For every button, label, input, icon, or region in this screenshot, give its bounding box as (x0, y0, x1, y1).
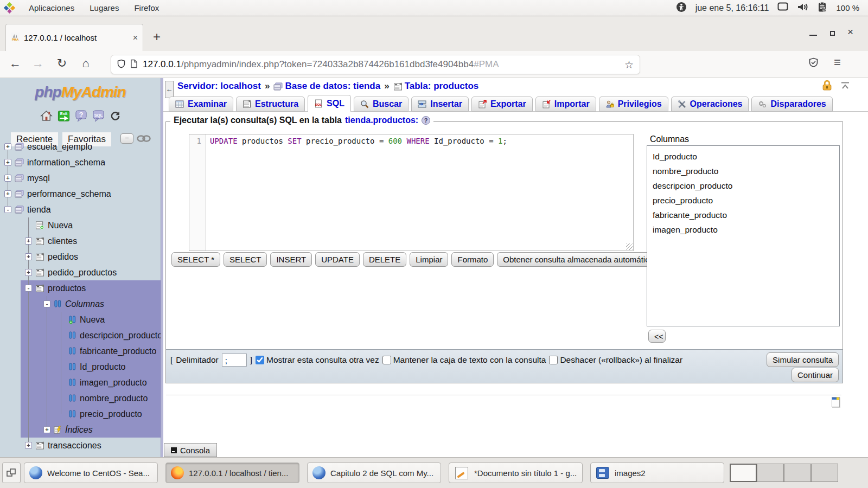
help-icon[interactable]: ? (422, 116, 430, 125)
tree-item-fabricante-producto[interactable]: fabricante_producto (0, 343, 161, 359)
continue-button[interactable]: Continuar (792, 368, 839, 382)
protections-shield-icon[interactable] (808, 57, 819, 70)
accessibility-icon[interactable] (676, 2, 687, 15)
display-icon[interactable] (777, 2, 788, 14)
open-new-window-icon[interactable] (832, 397, 840, 407)
tree-item-tienda[interactable]: -tienda (0, 202, 161, 217)
tree-item-nombre-producto[interactable]: nombre_producto (0, 390, 161, 406)
taskbar-window-127-0-0-1-localhost-tien[interactable]: 127.0.0.1 / localhost / tien... (165, 463, 299, 483)
console-bar[interactable]: Consola (164, 443, 217, 457)
tree-expander[interactable]: + (25, 269, 32, 276)
tree-expander[interactable]: + (4, 159, 11, 166)
query-button-delete[interactable]: DELETE (363, 252, 406, 267)
back-button[interactable]: ← (8, 56, 23, 70)
tree-item-id-producto[interactable]: Id_producto (0, 359, 161, 375)
insert-column-button[interactable]: << (648, 330, 666, 343)
tree-item-ndices[interactable]: +Índices (0, 422, 161, 438)
tree-item-mysql[interactable]: +mysql (0, 170, 161, 186)
tree-item-transacciones[interactable]: +transacciones (0, 438, 161, 453)
legend-table-link[interactable]: tienda.productos: (345, 115, 418, 125)
column-option-fabricante-producto[interactable]: fabricante_producto (647, 208, 839, 222)
breadcrumb-item-tabla-productos[interactable]: Tabla: productos (393, 81, 479, 92)
tree-item-information-schema[interactable]: +information_schema (0, 155, 161, 170)
url-bar[interactable]: 127.0.0.1/phpmyadmin/index.php?token=724… (111, 55, 640, 74)
bookmark-star-icon[interactable]: ☆ (624, 59, 634, 71)
tree-expander[interactable]: + (4, 175, 11, 182)
window-close-button[interactable]: × (847, 29, 855, 36)
shield-icon[interactable] (117, 59, 125, 70)
taskbar-window-documento-sin-t-tulo-1-g[interactable]: *Documento sin título 1 - g... (449, 463, 583, 483)
query-button-formato[interactable]: Formato (451, 252, 494, 267)
column-option-id-producto[interactable]: Id_producto (647, 149, 839, 164)
tree-expander[interactable]: + (25, 253, 32, 260)
query-button-select[interactable]: SELECT * (171, 252, 220, 267)
tab-close-icon[interactable]: × (133, 33, 138, 43)
delimiter-input[interactable] (222, 354, 247, 367)
query-button-limpiar[interactable]: Limpiar (410, 252, 448, 267)
forward-button[interactable]: → (30, 56, 46, 70)
tree-expander[interactable]: + (25, 442, 32, 449)
option-checkbox-mantener-la-caja-de-texto-con-la-consulta[interactable]: Mantener la caja de texto con la consult… (382, 355, 546, 365)
option-checkbox-deshacer-rollback-al-finalizar[interactable]: Deshacer («rollback») al finalizar (549, 355, 682, 365)
checkbox-input[interactable] (256, 356, 264, 364)
tree-item-performance-schema[interactable]: +performance_schema (0, 186, 161, 202)
refresh-icon[interactable] (110, 111, 121, 121)
new-tab-button[interactable]: + (153, 29, 161, 44)
browser-tab[interactable]: PMA 127.0.0.1 / localhost × (5, 24, 143, 51)
window-maximize-button[interactable] (830, 31, 835, 36)
workspace-4[interactable] (811, 464, 838, 482)
logout-icon[interactable]: Exit (58, 110, 70, 122)
tab-buscar[interactable]: Buscar (354, 97, 409, 112)
tree-item-nueva[interactable]: Nueva (0, 312, 161, 328)
tab-exportar[interactable]: Exportar (471, 97, 533, 112)
tree-expander[interactable]: + (43, 426, 50, 433)
tab-estructura[interactable]: Estructura (236, 97, 305, 112)
editor-resize-handle[interactable] (626, 243, 633, 250)
help-bubble-icon[interactable]: ? (75, 110, 87, 122)
tree-item-descripcion-producto[interactable]: descripcion_producto (0, 328, 161, 343)
option-checkbox-mostrar-esta-consulta-otra-vez[interactable]: Mostrar esta consulta otra vez (256, 355, 379, 365)
column-option-nombre-producto[interactable]: nombre_producto (647, 164, 839, 178)
window-list-button[interactable] (2, 463, 21, 483)
tree-expander[interactable]: - (43, 300, 50, 307)
topbar-menu-lugares[interactable]: Lugares (90, 3, 119, 12)
home-button[interactable]: ⌂ (78, 56, 93, 70)
query-button-select[interactable]: SELECT (224, 252, 267, 267)
column-option-precio-producto[interactable]: precio_producto (647, 193, 839, 208)
tree-expander[interactable]: + (25, 237, 32, 245)
query-button-update[interactable]: UPDATE (315, 252, 360, 267)
simulate-query-button[interactable]: Simular consulta (767, 352, 839, 367)
volume-icon[interactable] (797, 2, 809, 14)
column-option-imagen-producto[interactable]: imagen_producto (647, 222, 839, 237)
battery-icon[interactable] (818, 2, 827, 15)
tree-expander[interactable]: + (4, 143, 11, 150)
sql-code-line[interactable]: UPDATE productos SET precio_producto = 6… (206, 134, 507, 251)
breadcrumb-item-base-de-datos-tienda[interactable]: Base de datos: tienda (273, 81, 380, 92)
tab-privilegios[interactable]: Privilegios (599, 97, 668, 112)
phpmyadmin-logo[interactable]: phpMyAdmin (0, 84, 161, 101)
columns-listbox[interactable]: Id_productonombre_productodescripcion_pr… (647, 145, 840, 326)
taskbar-window-welcome-to-centos-sea[interactable]: Welcome to CentOS - Sea... (24, 463, 158, 483)
tree-item-columnas[interactable]: -Columnas (0, 296, 161, 312)
tree-item-pedido-productos[interactable]: +pedido_productos (0, 265, 161, 280)
tab-insertar[interactable]: Insertar (411, 97, 469, 112)
query-button-insert[interactable]: INSERT (270, 252, 312, 267)
window-minimize-button[interactable] (809, 29, 817, 36)
tree-item-imagen-producto[interactable]: imagen_producto (0, 375, 161, 390)
topbar-menu-firefox[interactable]: Firefox (134, 3, 159, 12)
tab-importar[interactable]: Importar (535, 97, 596, 112)
reload-button[interactable]: ↻ (54, 56, 69, 70)
workspace-3[interactable] (784, 464, 811, 482)
checkbox-input[interactable] (382, 356, 391, 364)
sql-bubble-icon[interactable]: SQL (92, 110, 105, 122)
column-option-descripcion-producto[interactable]: descripcion_producto (647, 178, 839, 193)
workspace-2[interactable] (757, 464, 784, 482)
menu-hamburger-icon[interactable]: ≡ (834, 55, 841, 69)
tree-item-precio-producto[interactable]: precio_producto (0, 406, 161, 422)
tree-expander[interactable]: - (4, 206, 11, 213)
tree-item-escuela-ejemplo[interactable]: +escuela_ejemplo (0, 142, 161, 155)
tree-expander[interactable]: - (25, 285, 32, 292)
home-icon[interactable] (40, 110, 53, 121)
collapse-top-icon[interactable] (840, 81, 850, 92)
tree-item-pedidos[interactable]: +pedidos (0, 249, 161, 265)
